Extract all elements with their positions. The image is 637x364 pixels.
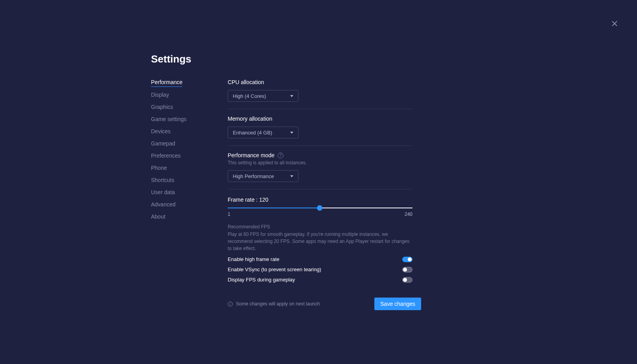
sidebar-item-user-data[interactable]: User data [151, 189, 175, 197]
main-panel: CPU allocation High (4 Cores) Memory all… [228, 79, 412, 310]
sidebar-item-shortcuts[interactable]: Shortcuts [151, 177, 174, 184]
performance-mode-label: Performance mode ? [228, 152, 412, 158]
memory-select-value: Enhanced (4 GB) [233, 130, 272, 136]
chevron-down-icon [290, 95, 293, 97]
performance-mode-section: Performance mode ? This setting is appli… [228, 152, 412, 189]
help-icon[interactable]: ? [278, 153, 284, 158]
sidebar-item-advanced[interactable]: Advanced [151, 201, 175, 209]
display-fps-toggle[interactable] [402, 277, 412, 283]
cpu-label: CPU allocation [228, 79, 412, 85]
memory-label: Memory allocation [228, 116, 412, 122]
chevron-down-icon [290, 132, 293, 134]
high-frame-rate-toggle[interactable] [402, 257, 412, 262]
slider-min-label: 1 [228, 211, 230, 217]
frame-rate-slider[interactable] [228, 208, 412, 208]
sidebar-item-graphics[interactable]: Graphics [151, 104, 173, 111]
info-icon: i [228, 301, 233, 307]
vsync-toggle[interactable] [402, 267, 412, 272]
frame-rate-section: Frame rate : 120 1 240 Recommended FPS P… [228, 197, 412, 283]
cpu-section: CPU allocation High (4 Cores) [228, 79, 412, 109]
performance-mode-subtext: This setting is applied to all instances… [228, 160, 412, 165]
sidebar: Performance Display Graphics Game settin… [151, 79, 228, 310]
sidebar-item-display[interactable]: Display [151, 92, 169, 99]
memory-section: Memory allocation Enhanced (4 GB) [228, 116, 412, 146]
frame-rate-label: Frame rate : 120 [228, 197, 412, 203]
memory-select[interactable]: Enhanced (4 GB) [228, 127, 298, 138]
close-icon [612, 21, 617, 26]
slider-thumb[interactable] [317, 205, 322, 211]
toggle-row-vsync: Enable VSync (to prevent screen tearing) [228, 267, 412, 272]
sidebar-item-performance[interactable]: Performance [151, 79, 182, 87]
sidebar-item-phone[interactable]: Phone [151, 165, 167, 172]
recommended-fps-title: Recommended FPS [228, 224, 412, 230]
cpu-select[interactable]: High (4 Cores) [228, 90, 298, 102]
performance-mode-select-value: High Performance [233, 173, 274, 179]
sidebar-item-about[interactable]: About [151, 213, 166, 221]
close-button[interactable] [611, 20, 619, 28]
sidebar-item-gamepad[interactable]: Gamepad [151, 140, 175, 148]
sidebar-item-preferences[interactable]: Preferences [151, 153, 180, 160]
slider-max-label: 240 [405, 211, 412, 217]
save-button[interactable]: Save changes [374, 298, 421, 310]
performance-mode-select[interactable]: High Performance [228, 170, 298, 182]
footer-note: i Some changes will apply on next launch [228, 301, 320, 307]
sidebar-item-game-settings[interactable]: Game settings [151, 116, 186, 123]
recommended-fps-desc: Play at 60 FPS for smooth gameplay. If y… [228, 231, 412, 252]
cpu-select-value: High (4 Cores) [233, 93, 266, 99]
sidebar-item-devices[interactable]: Devices [151, 128, 171, 136]
toggle-row-display-fps: Display FPS during gameplay [228, 277, 412, 283]
footer: i Some changes will apply on next launch… [228, 298, 421, 310]
page-title: Settings [151, 53, 637, 65]
toggle-row-high-frame-rate: Enable high frame rate [228, 256, 412, 262]
chevron-down-icon [290, 175, 293, 177]
